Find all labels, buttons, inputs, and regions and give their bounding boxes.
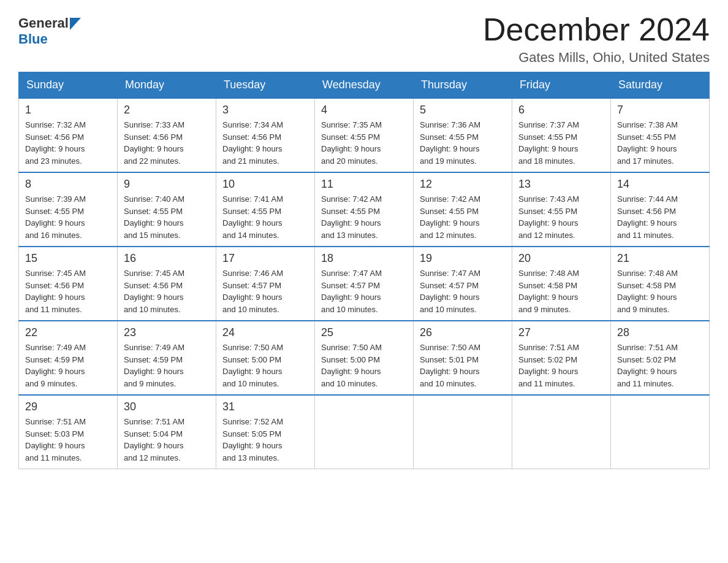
day-info: Sunrise: 7:48 AMSunset: 4:58 PMDaylight:… xyxy=(617,267,703,315)
day-info: Sunrise: 7:51 AMSunset: 5:02 PMDaylight:… xyxy=(617,342,703,389)
day-info: Sunrise: 7:47 AMSunset: 4:57 PMDaylight:… xyxy=(321,267,407,315)
calendar-cell: 11Sunrise: 7:42 AMSunset: 4:55 PMDayligh… xyxy=(315,172,414,247)
calendar-cell: 9Sunrise: 7:40 AMSunset: 4:55 PMDaylight… xyxy=(118,172,216,247)
logo-general-text: General xyxy=(18,15,69,31)
calendar-cell xyxy=(315,395,414,469)
day-info: Sunrise: 7:42 AMSunset: 4:55 PMDaylight:… xyxy=(420,193,506,241)
logo-triangle-icon xyxy=(70,18,81,30)
calendar-cell xyxy=(611,395,710,469)
svg-marker-0 xyxy=(70,18,81,30)
day-number: 23 xyxy=(124,326,210,339)
day-info: Sunrise: 7:51 AMSunset: 5:02 PMDaylight:… xyxy=(518,342,604,389)
calendar-week-row: 15Sunrise: 7:45 AMSunset: 4:56 PMDayligh… xyxy=(19,247,710,321)
calendar-cell xyxy=(512,395,611,469)
day-info: Sunrise: 7:50 AMSunset: 5:00 PMDaylight:… xyxy=(222,342,308,389)
calendar-cell: 27Sunrise: 7:51 AMSunset: 5:02 PMDayligh… xyxy=(512,321,611,395)
day-info: Sunrise: 7:34 AMSunset: 4:56 PMDaylight:… xyxy=(222,119,308,167)
calendar-cell: 1Sunrise: 7:32 AMSunset: 4:56 PMDaylight… xyxy=(19,98,118,172)
calendar-cell: 2Sunrise: 7:33 AMSunset: 4:56 PMDaylight… xyxy=(118,98,216,172)
day-number: 25 xyxy=(321,326,407,339)
month-year-title: December 2024 xyxy=(483,12,710,47)
calendar-week-row: 29Sunrise: 7:51 AMSunset: 5:03 PMDayligh… xyxy=(19,395,710,469)
day-number: 13 xyxy=(518,178,604,191)
title-section: December 2024 Gates Mills, Ohio, United … xyxy=(483,12,710,66)
day-info: Sunrise: 7:39 AMSunset: 4:55 PMDaylight:… xyxy=(25,193,111,241)
day-number: 4 xyxy=(321,104,407,117)
day-number: 18 xyxy=(321,252,407,265)
day-info: Sunrise: 7:51 AMSunset: 5:03 PMDaylight:… xyxy=(25,416,111,464)
day-number: 22 xyxy=(25,326,111,339)
day-info: Sunrise: 7:44 AMSunset: 4:56 PMDaylight:… xyxy=(617,193,703,241)
day-number: 10 xyxy=(222,178,308,191)
day-number: 24 xyxy=(222,326,308,339)
day-info: Sunrise: 7:49 AMSunset: 4:59 PMDaylight:… xyxy=(25,342,111,389)
calendar-cell: 21Sunrise: 7:48 AMSunset: 4:58 PMDayligh… xyxy=(611,247,710,321)
day-number: 27 xyxy=(518,326,604,339)
day-number: 2 xyxy=(124,104,210,117)
day-info: Sunrise: 7:46 AMSunset: 4:57 PMDaylight:… xyxy=(222,267,308,315)
day-info: Sunrise: 7:52 AMSunset: 5:05 PMDaylight:… xyxy=(222,416,308,464)
day-info: Sunrise: 7:50 AMSunset: 5:01 PMDaylight:… xyxy=(420,342,506,389)
calendar-cell: 29Sunrise: 7:51 AMSunset: 5:03 PMDayligh… xyxy=(19,395,118,469)
calendar-week-row: 8Sunrise: 7:39 AMSunset: 4:55 PMDaylight… xyxy=(19,172,710,247)
day-number: 21 xyxy=(617,252,703,265)
day-info: Sunrise: 7:51 AMSunset: 5:04 PMDaylight:… xyxy=(124,416,210,464)
header-monday: Monday xyxy=(118,72,216,99)
day-number: 31 xyxy=(222,400,308,413)
day-number: 17 xyxy=(222,252,308,265)
calendar-cell xyxy=(414,395,512,469)
header-saturday: Saturday xyxy=(611,72,710,99)
day-info: Sunrise: 7:37 AMSunset: 4:55 PMDaylight:… xyxy=(518,119,604,167)
page-header: General Blue December 2024 Gates Mills, … xyxy=(18,12,710,66)
day-number: 15 xyxy=(25,252,111,265)
calendar-cell: 18Sunrise: 7:47 AMSunset: 4:57 PMDayligh… xyxy=(315,247,414,321)
calendar-cell: 20Sunrise: 7:48 AMSunset: 4:58 PMDayligh… xyxy=(512,247,611,321)
calendar-cell: 28Sunrise: 7:51 AMSunset: 5:02 PMDayligh… xyxy=(611,321,710,395)
header-thursday: Thursday xyxy=(414,72,512,99)
day-info: Sunrise: 7:36 AMSunset: 4:55 PMDaylight:… xyxy=(420,119,506,167)
day-number: 6 xyxy=(518,104,604,117)
calendar-cell: 10Sunrise: 7:41 AMSunset: 4:55 PMDayligh… xyxy=(216,172,315,247)
calendar-cell: 5Sunrise: 7:36 AMSunset: 4:55 PMDaylight… xyxy=(414,98,512,172)
day-info: Sunrise: 7:45 AMSunset: 4:56 PMDaylight:… xyxy=(25,267,111,315)
header-tuesday: Tuesday xyxy=(216,72,315,99)
day-info: Sunrise: 7:49 AMSunset: 4:59 PMDaylight:… xyxy=(124,342,210,389)
calendar-cell: 30Sunrise: 7:51 AMSunset: 5:04 PMDayligh… xyxy=(118,395,216,469)
calendar-cell: 22Sunrise: 7:49 AMSunset: 4:59 PMDayligh… xyxy=(19,321,118,395)
calendar-cell: 12Sunrise: 7:42 AMSunset: 4:55 PMDayligh… xyxy=(414,172,512,247)
day-number: 7 xyxy=(617,104,703,117)
day-number: 28 xyxy=(617,326,703,339)
header-sunday: Sunday xyxy=(19,72,118,99)
calendar-cell: 13Sunrise: 7:43 AMSunset: 4:55 PMDayligh… xyxy=(512,172,611,247)
day-number: 20 xyxy=(518,252,604,265)
day-number: 14 xyxy=(617,178,703,191)
day-number: 29 xyxy=(25,400,111,413)
logo-blue-text: Blue xyxy=(18,31,48,47)
calendar-cell: 23Sunrise: 7:49 AMSunset: 4:59 PMDayligh… xyxy=(118,321,216,395)
calendar-cell: 25Sunrise: 7:50 AMSunset: 5:00 PMDayligh… xyxy=(315,321,414,395)
day-number: 8 xyxy=(25,178,111,191)
day-number: 11 xyxy=(321,178,407,191)
location-subtitle: Gates Mills, Ohio, United States xyxy=(483,50,710,66)
day-number: 19 xyxy=(420,252,506,265)
header-friday: Friday xyxy=(512,72,611,99)
calendar-table: SundayMondayTuesdayWednesdayThursdayFrid… xyxy=(18,72,710,469)
day-number: 5 xyxy=(420,104,506,117)
calendar-cell: 7Sunrise: 7:38 AMSunset: 4:55 PMDaylight… xyxy=(611,98,710,172)
calendar-cell: 16Sunrise: 7:45 AMSunset: 4:56 PMDayligh… xyxy=(118,247,216,321)
day-info: Sunrise: 7:38 AMSunset: 4:55 PMDaylight:… xyxy=(617,119,703,167)
calendar-cell: 17Sunrise: 7:46 AMSunset: 4:57 PMDayligh… xyxy=(216,247,315,321)
calendar-cell: 14Sunrise: 7:44 AMSunset: 4:56 PMDayligh… xyxy=(611,172,710,247)
calendar-cell: 19Sunrise: 7:47 AMSunset: 4:57 PMDayligh… xyxy=(414,247,512,321)
day-info: Sunrise: 7:42 AMSunset: 4:55 PMDaylight:… xyxy=(321,193,407,241)
day-number: 12 xyxy=(420,178,506,191)
day-info: Sunrise: 7:33 AMSunset: 4:56 PMDaylight:… xyxy=(124,119,210,167)
calendar-cell: 3Sunrise: 7:34 AMSunset: 4:56 PMDaylight… xyxy=(216,98,315,172)
day-info: Sunrise: 7:48 AMSunset: 4:58 PMDaylight:… xyxy=(518,267,604,315)
day-number: 3 xyxy=(222,104,308,117)
day-number: 1 xyxy=(25,104,111,117)
day-info: Sunrise: 7:40 AMSunset: 4:55 PMDaylight:… xyxy=(124,193,210,241)
calendar-cell: 26Sunrise: 7:50 AMSunset: 5:01 PMDayligh… xyxy=(414,321,512,395)
logo: General Blue xyxy=(18,12,81,47)
day-number: 9 xyxy=(124,178,210,191)
